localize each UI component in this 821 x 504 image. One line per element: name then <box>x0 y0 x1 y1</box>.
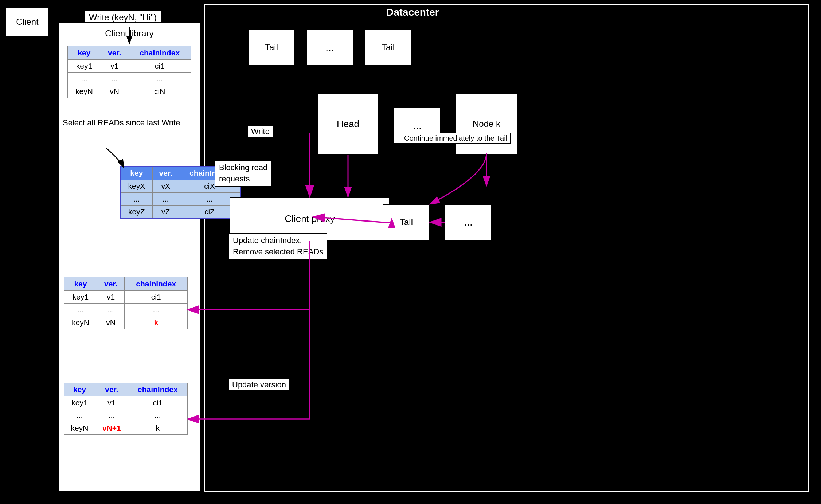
head-label: Head <box>337 118 359 130</box>
table3-k-wrapper: key ver. chainIndex key1v1ci1 ......... … <box>64 277 188 329</box>
update-version-label: Update version <box>229 379 289 391</box>
tail-dots-dc: ... <box>445 204 492 241</box>
table2-header-key: key <box>121 166 152 180</box>
update-chain-label: Update chainIndex,Remove selected READs <box>229 233 327 259</box>
table4-header-ver: ver. <box>95 383 128 396</box>
table1-header-ver: ver. <box>101 46 128 60</box>
tail-box-top-2: Tail <box>364 29 412 66</box>
table-row: keyNvNciN <box>68 85 191 98</box>
table4-header-key: key <box>64 383 95 396</box>
blocking-reads-label: Blocking readrequests <box>215 160 271 187</box>
table-row: key1v1ci1 <box>68 60 191 73</box>
table-row: keyN vN+1 k <box>64 422 188 435</box>
table-row: key1v1ci1 <box>64 396 188 409</box>
table-row: key1v1ci1 <box>64 291 188 304</box>
blocking-text: Blocking readrequests <box>219 163 267 183</box>
node-k-box: Node k <box>456 93 517 155</box>
tail-box-top-1: Tail <box>248 29 295 66</box>
table-row: ......... <box>68 73 191 85</box>
select-reads-label: Select all READs since last Write <box>63 118 200 128</box>
diagram-container: Datacenter Client Write (keyN, "Hi") Cli… <box>0 0 821 504</box>
table3-header-chain: chainIndex <box>125 277 188 291</box>
table2-header-ver: ver. <box>152 166 179 180</box>
table1-header-chain: chainIndex <box>128 46 191 60</box>
tail-dots-top: ... <box>306 29 353 66</box>
table4-header-chain: chainIndex <box>128 383 187 396</box>
client-library-label: Client library <box>59 23 200 42</box>
table-row: keyNvNk <box>64 316 188 329</box>
table-row: ... ... ... <box>121 193 240 206</box>
table-row: ......... <box>64 304 188 316</box>
table1-wrapper: key ver. chainIndex key1v1ci1 ......... … <box>67 46 191 98</box>
write-dc-label: Write <box>248 126 273 137</box>
table3-header-ver: ver. <box>97 277 125 291</box>
table1: key ver. chainIndex key1v1ci1 ......... … <box>67 46 191 98</box>
tail-box-dc: Tail <box>383 204 430 241</box>
table3-k: key ver. chainIndex key1v1ci1 ......... … <box>64 277 188 329</box>
node-k-label: Node k <box>473 119 500 129</box>
client-proxy-label: Client proxy <box>285 213 335 224</box>
table-row: keyZ vZ ciZ <box>121 206 240 219</box>
table-row: ......... <box>64 409 188 422</box>
continue-label: Continue immediately to the Tail <box>401 133 511 144</box>
head-box: Head <box>317 93 379 155</box>
table4-vnplus1-wrapper: key ver. chainIndex key1v1ci1 ......... … <box>64 383 188 435</box>
table3-header-key: key <box>64 277 97 291</box>
client-box: Client <box>5 7 49 36</box>
client-label: Client <box>16 17 38 27</box>
table4-vnplus1: key ver. chainIndex key1v1ci1 ......... … <box>64 383 188 435</box>
datacenter-label: Datacenter <box>383 7 443 18</box>
table1-header-key: key <box>68 46 101 60</box>
